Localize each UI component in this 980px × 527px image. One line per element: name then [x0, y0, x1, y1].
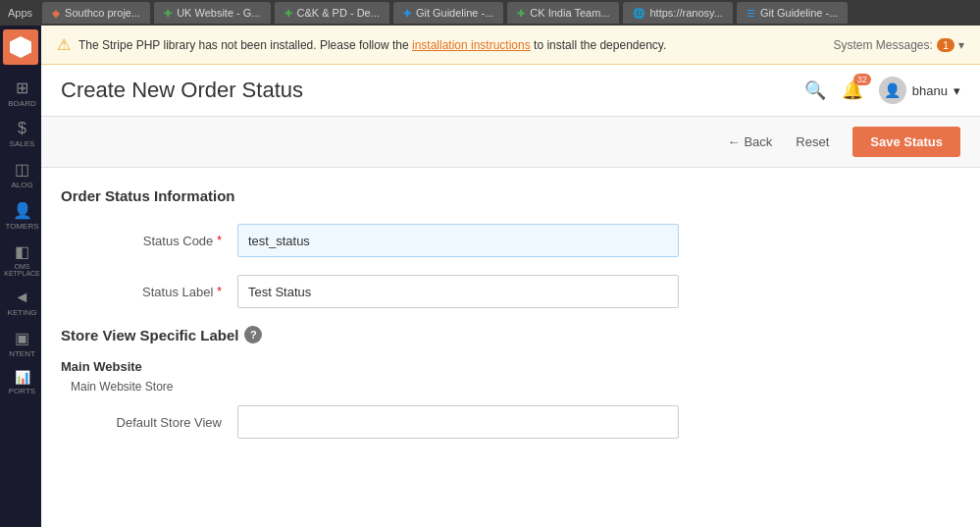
catalog-icon: ◫: [15, 160, 29, 179]
sidebar-item-dashboard-label: BOARD: [8, 99, 35, 108]
status-label-label: Status Label *: [61, 285, 237, 299]
back-arrow-icon: ←: [727, 134, 740, 149]
status-code-row: Status Code *: [61, 224, 960, 257]
sidebar-item-catalog-label: ALOG: [11, 181, 32, 189]
default-store-view-label: Default Store View: [61, 415, 237, 430]
tab-7[interactable]: ☰ Git Guideline -...: [737, 2, 848, 24]
status-label-required: *: [217, 285, 222, 298]
save-status-button[interactable]: Save Status: [852, 127, 960, 157]
tab-5-favicon: ✚: [517, 8, 525, 19]
tab-1-favicon: ◈: [52, 8, 60, 19]
alert-installation-link[interactable]: installation instructions: [412, 38, 531, 52]
page-header: Create New Order Status 🔍 🔔 32 👤 bhanu ▾: [41, 65, 980, 117]
magento-logo-icon: [10, 36, 31, 58]
tab-5[interactable]: ✚ CK India Team...: [507, 2, 619, 24]
sidebar-item-catalog[interactable]: ◫ ALOG: [0, 154, 41, 195]
order-status-section-title: Order Status Information: [61, 187, 960, 204]
search-button[interactable]: 🔍: [804, 79, 826, 101]
reset-button[interactable]: Reset: [784, 129, 841, 155]
alert-chevron-icon: ▾: [958, 38, 964, 52]
user-chevron-icon: ▾: [954, 83, 960, 98]
notification-button[interactable]: 🔔 32: [842, 79, 863, 101]
apps-label: Apps: [8, 7, 32, 19]
browser-bar: Apps ◈ Southco proje... ✚ UK Website - G…: [0, 0, 980, 26]
tab-2[interactable]: ✚ UK Website - G...: [154, 2, 270, 24]
tab-5-label: CK India Team...: [530, 7, 609, 19]
sidebar-item-content-label: NTENT: [9, 349, 35, 358]
notification-badge: 32: [853, 74, 871, 85]
toolbar: ← Back Reset Save Status: [41, 117, 980, 168]
sidebar: ⊞ BOARD $ SALES ◫ ALOG 👤 TOMERS ◧ OMS KE…: [0, 26, 41, 527]
customers-icon: 👤: [13, 201, 32, 220]
tab-3[interactable]: ✚ C&K & PD - De...: [275, 2, 389, 24]
default-store-view-row: Default Store View: [61, 405, 960, 439]
help-icon[interactable]: ?: [244, 326, 262, 343]
tab-7-favicon: ☰: [747, 8, 755, 19]
sidebar-item-marketing-label: KETING: [8, 308, 37, 317]
main-layout: ⊞ BOARD $ SALES ◫ ALOG 👤 TOMERS ◧ OMS KE…: [0, 26, 980, 527]
status-code-required: *: [217, 234, 222, 247]
user-menu-button[interactable]: 👤 bhanu ▾: [879, 77, 960, 104]
page-title: Create New Order Status: [61, 78, 303, 103]
content-area: ⚠ The Stripe PHP library has not been in…: [41, 26, 980, 527]
user-avatar: 👤: [879, 77, 906, 104]
sidebar-item-customers-label: TOMERS: [5, 222, 38, 231]
back-label: Back: [744, 134, 772, 149]
alert-left: ⚠ The Stripe PHP library has not been in…: [57, 35, 834, 54]
reports-icon: 📊: [15, 370, 30, 385]
alert-message-after: to install the dependency.: [534, 38, 666, 52]
sidebar-item-sales-label: SALES: [10, 139, 35, 148]
alert-message-before: The Stripe PHP library has not been inst…: [78, 38, 409, 52]
sidebar-item-content[interactable]: ▣ NTENT: [0, 323, 41, 364]
marketplace-icon: ◧: [15, 242, 29, 261]
tab-6-label: https://ranosy...: [649, 7, 722, 19]
main-website-label: Main Website: [61, 359, 960, 374]
tab-6[interactable]: 🌐 https://ranosy...: [623, 2, 732, 24]
alert-message: The Stripe PHP library has not been inst…: [78, 38, 666, 52]
content-icon: ▣: [15, 329, 29, 347]
sidebar-item-sales[interactable]: $ SALES: [0, 114, 41, 154]
dashboard-icon: ⊞: [16, 79, 28, 97]
sidebar-item-dashboard[interactable]: ⊞ BOARD: [0, 73, 41, 114]
status-label-row: Status Label *: [61, 275, 960, 308]
back-button[interactable]: ← Back: [727, 134, 772, 149]
tab-2-label: UK Website - G...: [177, 7, 260, 19]
tab-7-label: Git Guideline -...: [760, 7, 838, 19]
tab-3-favicon: ✚: [284, 8, 292, 19]
sidebar-item-customers[interactable]: 👤 TOMERS: [0, 195, 41, 237]
default-store-view-input[interactable]: [237, 405, 679, 439]
alert-system-messages-label: System Messages:: [834, 38, 933, 52]
header-actions: 🔍 🔔 32 👤 bhanu ▾: [804, 77, 960, 104]
alert-system-messages[interactable]: System Messages: 1 ▾: [834, 38, 965, 52]
alert-system-messages-count: 1: [937, 38, 954, 52]
store-view-section-title: Store View Specific Label ?: [61, 326, 960, 343]
form-area: Order Status Information Status Code * S…: [41, 168, 980, 527]
tab-1[interactable]: ◈ Southco proje...: [42, 2, 150, 24]
sidebar-item-marketplace-label: OMS KETPLACE: [4, 263, 40, 277]
tab-2-favicon: ✚: [164, 8, 172, 19]
user-name: bhanu: [912, 83, 948, 98]
status-code-input[interactable]: [237, 224, 679, 257]
main-website-store-label: Main Website Store: [71, 380, 960, 394]
tab-6-favicon: 🌐: [633, 8, 645, 19]
sidebar-logo[interactable]: [3, 29, 38, 65]
alert-banner: ⚠ The Stripe PHP library has not been in…: [41, 26, 980, 65]
alert-warning-icon: ⚠: [57, 35, 71, 54]
status-label-input[interactable]: [237, 275, 679, 308]
sidebar-item-reports[interactable]: 📊 PORTS: [0, 364, 41, 401]
sidebar-item-marketing[interactable]: ◄ KETING: [0, 283, 41, 323]
tab-4[interactable]: ✚ Git Guideline -...: [393, 2, 503, 24]
tab-4-favicon: ✚: [403, 8, 411, 19]
tab-4-label: Git Guideline -...: [416, 7, 493, 19]
status-code-label: Status Code *: [61, 234, 237, 248]
sidebar-item-reports-label: PORTS: [9, 387, 35, 395]
tab-3-label: C&K & PD - De...: [297, 7, 380, 19]
sidebar-item-marketplace[interactable]: ◧ OMS KETPLACE: [0, 237, 41, 283]
tab-1-label: Southco proje...: [65, 7, 140, 19]
marketing-icon: ◄: [15, 289, 30, 306]
sales-icon: $: [18, 120, 26, 137]
